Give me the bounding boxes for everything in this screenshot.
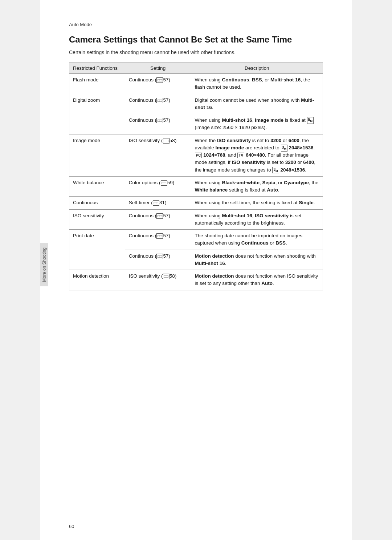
description-cell: Motion detection does not function when …: [191, 270, 323, 290]
page-title: Camera Settings that Cannot Be Set at th…: [69, 34, 323, 45]
settings-table: Restricted Functions Setting Description…: [69, 63, 323, 290]
table-row: Motion detectionISO sensitivity (□□58)Mo…: [69, 270, 323, 290]
restricted-function-cell: Flash mode: [69, 74, 125, 94]
description-cell: The shooting date cannot be imprinted on…: [191, 230, 323, 250]
setting-cell: ISO sensitivity (□□58): [125, 134, 191, 176]
page: More on Shooting Auto Mode Camera Settin…: [40, 0, 352, 540]
setting-cell: ISO sensitivity (□□58): [125, 270, 191, 290]
setting-cell: Continuous (□□57): [125, 209, 191, 230]
restricted-function-cell: Print date: [69, 230, 125, 270]
col-header-description: Description: [191, 63, 323, 74]
col-header-setting: Setting: [125, 63, 191, 74]
table-row: White balanceColor options (□□59)When us…: [69, 176, 323, 197]
setting-cell: Continuous (□□57): [125, 250, 191, 270]
description-cell: Digital zoom cannot be used when shootin…: [191, 94, 323, 114]
setting-cell: Color options (□□59): [125, 176, 191, 197]
setting-cell: Continuous (□□57): [125, 74, 191, 94]
table-row: Print dateContinuous (□□57)The shooting …: [69, 230, 323, 250]
description-cell: Motion detection does not function when …: [191, 250, 323, 270]
restricted-function-cell: Motion detection: [69, 270, 125, 290]
description-cell: When using Continuous, BSS, or Multi-sho…: [191, 74, 323, 94]
table-row: Digital zoomContinuous (□□57)Digital zoo…: [69, 94, 323, 114]
restricted-function-cell: ISO sensitivity: [69, 209, 125, 230]
page-number: 60: [69, 524, 74, 529]
table-header-row: Restricted Functions Setting Description: [69, 63, 323, 74]
table-row: ContinuousSelf-timer (□□31)When using th…: [69, 197, 323, 209]
restricted-function-cell: Image mode: [69, 134, 125, 176]
table-row: Image modeISO sensitivity (□□58)When the…: [69, 134, 323, 176]
setting-cell: Self-timer (□□31): [125, 197, 191, 209]
subtitle: Certain settings in the shooting menu ca…: [69, 49, 323, 55]
description-cell: When using Black-and-white, Sepia, or Cy…: [191, 176, 323, 197]
col-header-restricted: Restricted Functions: [69, 63, 125, 74]
auto-mode-label: Auto Mode: [69, 22, 323, 27]
restricted-function-cell: Continuous: [69, 197, 125, 209]
description-cell: When the ISO sensitivity is set to 3200 …: [191, 134, 323, 176]
table-row: Flash modeContinuous (□□57)When using Co…: [69, 74, 323, 94]
side-tab: More on Shooting: [40, 243, 48, 286]
description-cell: When using Multi-shot 16, ISO sensitivit…: [191, 209, 323, 230]
table-row: ISO sensitivityContinuous (□□57)When usi…: [69, 209, 323, 230]
setting-cell: Continuous (□□57): [125, 94, 191, 114]
restricted-function-cell: Digital zoom: [69, 94, 125, 134]
restricted-function-cell: White balance: [69, 176, 125, 197]
setting-cell: Continuous (□□57): [125, 230, 191, 250]
description-cell: When using the self-timer, the setting i…: [191, 197, 323, 209]
setting-cell: Continuous (□□57): [125, 114, 191, 134]
description-cell: When using Multi-shot 16, Image mode is …: [191, 114, 323, 134]
